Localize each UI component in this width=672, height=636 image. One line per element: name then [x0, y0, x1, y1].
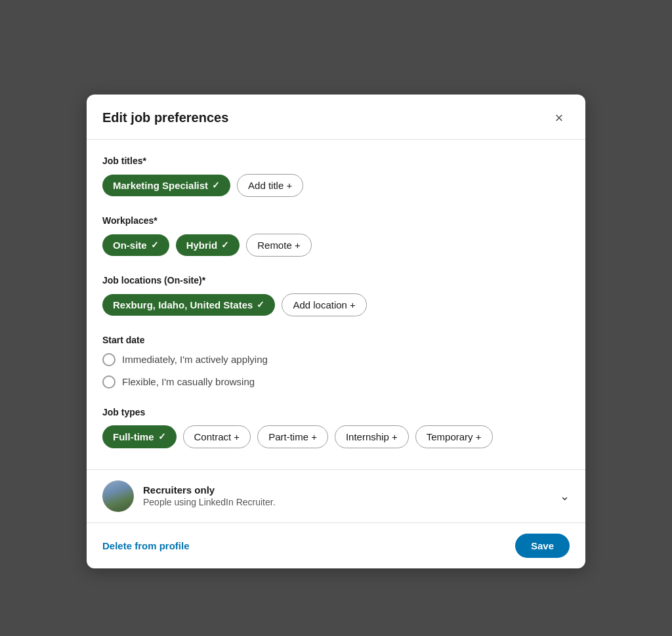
- flexible-label: Flexible, I'm casually browsing: [122, 376, 255, 387]
- flexible-option[interactable]: Flexible, I'm casually browsing: [102, 375, 570, 389]
- onsite-label: On-site: [113, 240, 147, 251]
- modal-overlay: Edit job preferences × Job titles* Marke…: [13, 13, 659, 636]
- full-time-label: Full-time: [113, 431, 154, 442]
- part-time-button[interactable]: Part-time +: [257, 425, 328, 448]
- marketing-specialist-label: Marketing Specialist: [113, 180, 208, 191]
- marketing-specialist-checkmark: ✓: [212, 180, 220, 190]
- immediately-radio[interactable]: [102, 353, 116, 366]
- start-date-radio-group: Immediately, I'm actively applying Flexi…: [102, 353, 570, 389]
- job-locations-section: Job locations (On-site)* Rexburg, Idaho,…: [102, 275, 570, 316]
- immediately-label: Immediately, I'm actively applying: [122, 354, 268, 365]
- modal-title: Edit job preferences: [102, 110, 228, 125]
- workplaces-chips-row: On-site ✓ Hybrid ✓ Remote +: [102, 234, 570, 257]
- save-button[interactable]: Save: [515, 534, 570, 558]
- onsite-chip[interactable]: On-site ✓: [102, 234, 169, 256]
- close-button[interactable]: ×: [549, 108, 570, 129]
- part-time-label: Part-time +: [268, 431, 317, 442]
- internship-label: Internship +: [346, 431, 398, 442]
- add-title-button[interactable]: Add title +: [237, 174, 303, 197]
- workplaces-section: Workplaces* On-site ✓ Hybrid ✓ Remote +: [102, 215, 570, 257]
- modal-header: Edit job preferences ×: [87, 95, 585, 140]
- avatar-image: [102, 480, 134, 512]
- add-location-label: Add location +: [293, 299, 356, 310]
- internship-button[interactable]: Internship +: [335, 425, 409, 448]
- modal-footer: Delete from profile Save: [87, 522, 585, 568]
- start-date-section: Start date Immediately, I'm actively app…: [102, 335, 570, 389]
- job-types-section: Job types Full-time ✓ Contract + Part-ti…: [102, 407, 570, 451]
- chevron-down-icon: ⌄: [560, 489, 570, 503]
- recruiter-desc: People using LinkedIn Recruiter.: [143, 497, 551, 507]
- immediately-option[interactable]: Immediately, I'm actively applying: [102, 353, 570, 366]
- job-types-chips-row: Full-time ✓ Contract + Part-time + Inter…: [102, 425, 570, 451]
- start-date-label: Start date: [102, 335, 570, 345]
- job-titles-label: Job titles*: [102, 156, 570, 166]
- hybrid-checkmark: ✓: [221, 240, 229, 250]
- job-titles-chips-row: Marketing Specialist ✓ Add title +: [102, 174, 570, 197]
- job-titles-section: Job titles* Marketing Specialist ✓ Add t…: [102, 156, 570, 197]
- workplaces-label: Workplaces*: [102, 215, 570, 226]
- temporary-button[interactable]: Temporary +: [415, 425, 493, 448]
- hybrid-label: Hybrid: [186, 240, 218, 251]
- add-title-label: Add title +: [248, 180, 292, 191]
- temporary-label: Temporary +: [427, 431, 482, 442]
- recruiter-text: Recruiters only People using LinkedIn Re…: [143, 484, 551, 507]
- recruiter-title: Recruiters only: [143, 484, 551, 496]
- contract-button[interactable]: Contract +: [183, 425, 251, 448]
- remote-label: Remote +: [257, 240, 300, 251]
- flexible-radio[interactable]: [102, 375, 116, 389]
- full-time-chip[interactable]: Full-time ✓: [102, 425, 177, 448]
- add-location-button[interactable]: Add location +: [282, 293, 367, 316]
- rexburg-label: Rexburg, Idaho, United States: [113, 299, 253, 310]
- full-time-checkmark: ✓: [158, 431, 166, 442]
- onsite-checkmark: ✓: [151, 240, 159, 250]
- remote-button[interactable]: Remote +: [246, 234, 311, 257]
- contract-label: Contract +: [194, 431, 240, 442]
- modal-body: Job titles* Marketing Specialist ✓ Add t…: [87, 140, 585, 451]
- job-types-label: Job types: [102, 407, 570, 417]
- recruiter-row[interactable]: Recruiters only People using LinkedIn Re…: [87, 470, 585, 522]
- rexburg-chip[interactable]: Rexburg, Idaho, United States ✓: [102, 294, 275, 316]
- rexburg-checkmark: ✓: [257, 299, 264, 310]
- marketing-specialist-chip[interactable]: Marketing Specialist ✓: [102, 175, 230, 196]
- avatar: [102, 480, 134, 512]
- edit-job-preferences-modal: Edit job preferences × Job titles* Marke…: [87, 95, 585, 568]
- job-locations-chips-row: Rexburg, Idaho, United States ✓ Add loca…: [102, 293, 570, 316]
- job-locations-label: Job locations (On-site)*: [102, 275, 570, 286]
- delete-from-profile-button[interactable]: Delete from profile: [102, 540, 190, 551]
- hybrid-chip[interactable]: Hybrid ✓: [176, 234, 240, 256]
